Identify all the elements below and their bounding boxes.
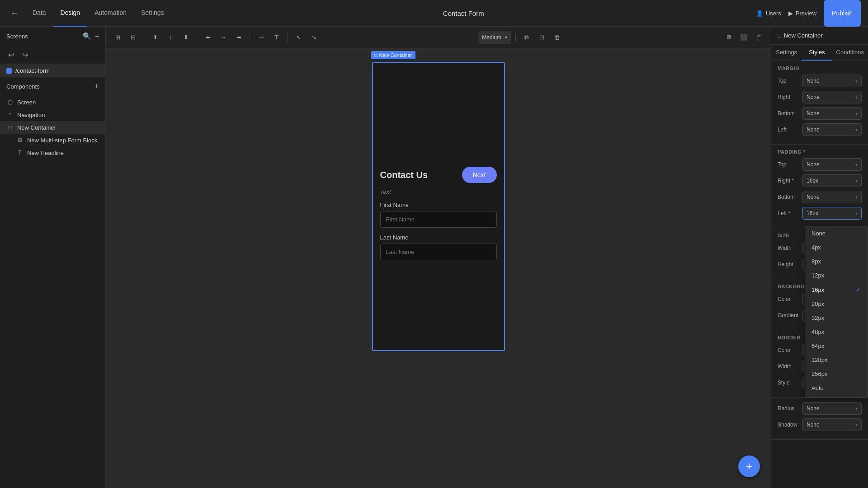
- resize-br-icon[interactable]: ↘: [307, 31, 320, 44]
- padding-left-select[interactable]: 16px ▾: [802, 207, 862, 220]
- dropdown-item-auto[interactable]: Auto: [805, 381, 868, 395]
- size-dropdown[interactable]: Medium ▾: [478, 31, 511, 44]
- tablet-view-button[interactable]: ⬛: [737, 31, 750, 44]
- component-screen[interactable]: ▢ Screen: [0, 96, 105, 108]
- padding-left-dropdown: None 4px 8px 12px 16px ✓ 20px 32px 48p: [805, 226, 868, 398]
- dropdown-item-8px[interactable]: 8px: [805, 254, 868, 268]
- border-style-label: Style: [778, 380, 802, 386]
- preview-button[interactable]: ▶ Preview: [788, 10, 816, 17]
- multistep-component-icon: ⊞: [16, 136, 24, 144]
- align-top-icon[interactable]: ⬆: [149, 31, 161, 44]
- last-name-field: Last Name: [380, 234, 497, 260]
- tab-styles[interactable]: Styles: [802, 45, 832, 61]
- margin-left-value: None: [807, 127, 820, 133]
- dropdown-item-48px[interactable]: 48px: [805, 325, 868, 339]
- dropdown-128px-label: 128px: [811, 357, 827, 363]
- component-new-multistep[interactable]: ⊞ New Multi-step Form Block: [0, 134, 105, 146]
- align-middle-icon[interactable]: ↕: [164, 31, 177, 44]
- align-row-icon[interactable]: ⊟: [127, 31, 139, 44]
- last-name-input[interactable]: [380, 244, 497, 260]
- back-button[interactable]: ←: [7, 9, 22, 18]
- margin-top-label: Top: [778, 78, 802, 84]
- delete-icon[interactable]: 🗑: [551, 31, 564, 44]
- component-new-headline[interactable]: T New Headline: [0, 146, 105, 159]
- right-panel-tabs: Settings Styles Conditions: [771, 45, 868, 61]
- border-width-label: Width: [778, 363, 802, 370]
- shadow-select[interactable]: None ▾: [802, 418, 862, 431]
- new-container-component-icon: □: [6, 124, 14, 131]
- mobile-view-button[interactable]: 📱: [753, 31, 765, 44]
- tab-settings[interactable]: Settings: [134, 0, 171, 27]
- margin-left-select[interactable]: None ▾: [802, 123, 862, 136]
- radius-select[interactable]: None ▾: [802, 402, 862, 415]
- tab-settings[interactable]: Settings: [771, 45, 802, 61]
- tab-automation[interactable]: Automation: [87, 0, 134, 27]
- search-icon[interactable]: 🔍: [83, 32, 91, 40]
- margin-top-select[interactable]: None ▾: [802, 75, 862, 87]
- shadow-label: Shadow: [778, 422, 802, 428]
- margin-bottom-chevron: ▾: [855, 111, 858, 116]
- publish-button[interactable]: Publish: [824, 0, 861, 27]
- radius-chevron: ▾: [855, 406, 858, 411]
- device-frame[interactable]: Contact Us Next Text First Name Last Nam…: [372, 62, 505, 351]
- undo-button[interactable]: ↩: [6, 50, 16, 60]
- tab-design[interactable]: Design: [53, 0, 88, 27]
- tab-conditions[interactable]: Conditions: [832, 45, 868, 61]
- bg-color-label: Color: [778, 296, 802, 302]
- form-header: Contact Us Next: [380, 167, 497, 183]
- component-navigation[interactable]: ≡ Navigation: [0, 108, 105, 121]
- dropdown-item-12px[interactable]: 12px: [805, 268, 868, 282]
- redo-button[interactable]: ↪: [20, 50, 30, 60]
- resize-tl-icon[interactable]: ↖: [292, 31, 305, 44]
- align-center-icon[interactable]: ↔: [217, 31, 230, 44]
- first-name-input[interactable]: [380, 211, 497, 228]
- add-component-button[interactable]: +: [94, 82, 99, 91]
- dropdown-item-100pct[interactable]: 100%: [805, 395, 868, 398]
- radius-label: Radius: [778, 405, 802, 412]
- padding-bottom-select[interactable]: None ▾: [802, 191, 862, 203]
- dropdown-item-4px[interactable]: 4px: [805, 240, 868, 254]
- dropdown-item-128px[interactable]: 128px: [805, 353, 868, 367]
- padding-right-row: Right * 16px ▾: [778, 174, 862, 187]
- dropdown-item-none[interactable]: None: [805, 226, 868, 240]
- users-button[interactable]: 👤 Users: [756, 10, 781, 17]
- dropdown-item-64px[interactable]: 64px: [805, 339, 868, 353]
- padding-right-label: Right *: [778, 178, 802, 184]
- dropdown-item-16px[interactable]: 16px ✓: [805, 282, 868, 297]
- tab-data[interactable]: Data: [25, 0, 53, 27]
- next-button[interactable]: Next: [462, 167, 497, 183]
- screen-item-contact-form[interactable]: /contact-form: [0, 64, 105, 77]
- align-col-icon[interactable]: ⊞: [111, 31, 124, 44]
- shadow-value: None: [807, 422, 820, 428]
- desktop-view-button[interactable]: 🖥: [722, 31, 735, 44]
- height-label: Height: [778, 261, 802, 267]
- fab-button[interactable]: +: [738, 455, 760, 477]
- margin-right-chevron: ▾: [855, 95, 858, 100]
- margin-right-select[interactable]: None ▾: [802, 91, 862, 103]
- copy-icon[interactable]: ⊡: [536, 31, 548, 44]
- dropdown-item-32px[interactable]: 32px: [805, 311, 868, 325]
- dropdown-item-20px[interactable]: 20px: [805, 297, 868, 311]
- duplicate-icon[interactable]: ⧉: [520, 31, 533, 44]
- padding-right-select[interactable]: 16px ▾: [802, 174, 862, 187]
- dropdown-16px-label: 16px: [811, 286, 824, 293]
- add-screen-button[interactable]: +: [95, 32, 99, 40]
- dist-v-icon[interactable]: ⊤: [270, 31, 283, 44]
- margin-bottom-select[interactable]: None ▾: [802, 107, 862, 120]
- multistep-component-label: New Multi-step Form Block: [27, 137, 97, 144]
- margin-bottom-row: Bottom None ▾: [778, 107, 862, 120]
- dropdown-256px-label: 256px: [811, 371, 827, 377]
- dropdown-item-256px[interactable]: 256px: [805, 367, 868, 381]
- main-layout: Screens 🔍 + ↩ ↪ /contact-form Components…: [0, 27, 868, 488]
- component-new-container[interactable]: □ New Container: [0, 121, 105, 134]
- align-left-icon[interactable]: ⬅: [202, 31, 214, 44]
- preview-label: Preview: [796, 10, 816, 17]
- dist-h-icon[interactable]: ⊣: [255, 31, 267, 44]
- margin-right-row: Right None ▾: [778, 91, 862, 103]
- radius-shadow-section: Radius None ▾ Shadow None ▾: [771, 398, 868, 440]
- dropdown-64px-label: 64px: [811, 343, 824, 349]
- align-right-icon[interactable]: ➡: [232, 31, 245, 44]
- screen-component-icon: ▢: [6, 99, 14, 106]
- align-bottom-icon[interactable]: ⬇: [179, 31, 192, 44]
- padding-top-select[interactable]: None ▾: [802, 158, 862, 171]
